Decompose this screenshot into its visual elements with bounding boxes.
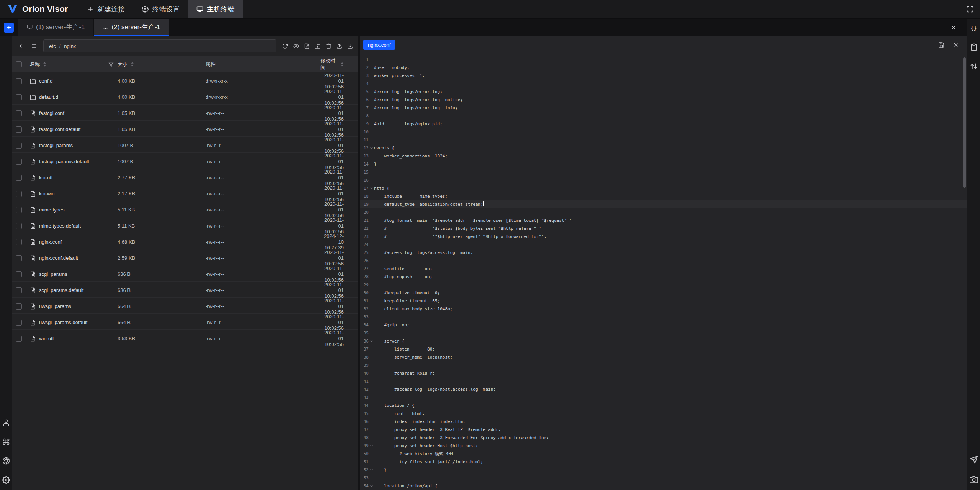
list-view-button[interactable] <box>28 40 39 52</box>
file-name[interactable]: koi-utf <box>39 175 52 180</box>
row-checkbox[interactable] <box>16 287 22 293</box>
row-checkbox[interactable] <box>16 223 22 229</box>
fold-chevron-icon[interactable] <box>369 403 374 408</box>
file-name[interactable]: fastcgi_params.default <box>39 159 89 164</box>
file-row[interactable]: koi-utf2.77 KB-rw-r--r--2020-11-01 10:02… <box>12 169 358 185</box>
new-tab-button[interactable]: + <box>4 23 14 33</box>
file-name[interactable]: uwsgi_params <box>39 303 71 309</box>
file-name[interactable]: scgi_params.default <box>39 287 83 293</box>
file-row[interactable]: nginx.conf.default2.59 KB-rw-r--r--2020-… <box>12 249 358 265</box>
select-all-checkbox[interactable] <box>16 61 22 67</box>
settings-icon[interactable] <box>2 475 11 485</box>
row-checkbox[interactable] <box>16 239 22 245</box>
row-checkbox[interactable] <box>16 271 22 277</box>
filter-icon[interactable] <box>108 62 114 67</box>
file-row[interactable]: koi-win2.17 KB-rw-r--r--2020-11-01 10:02… <box>12 185 358 201</box>
back-button[interactable] <box>15 40 26 52</box>
file-name[interactable]: uwsgi_params.default <box>39 320 87 325</box>
fold-chevron-icon[interactable] <box>369 468 374 472</box>
file-row[interactable]: nginx.conf4.68 KB-rw-r--r--2024-12-10 16… <box>12 233 358 249</box>
row-checkbox[interactable] <box>16 78 22 84</box>
file-name[interactable]: fastcgi.conf <box>39 110 64 116</box>
file-name[interactable]: nginx.conf.default <box>39 255 78 261</box>
fold-chevron-icon[interactable] <box>369 444 374 448</box>
column-header-size[interactable]: 大小 <box>118 61 206 68</box>
row-checkbox[interactable] <box>16 303 22 310</box>
file-name[interactable]: nginx.conf <box>39 239 62 245</box>
breadcrumb-segment[interactable]: nginx <box>64 43 76 49</box>
row-checkbox[interactable] <box>16 191 22 197</box>
file-row[interactable]: fastcgi.conf.default1.05 KB-rw-r--r--202… <box>12 121 358 137</box>
file-row[interactable]: default.d4.00 KBdrwxr-xr-x2020-11-01 10:… <box>12 88 358 105</box>
tab-server-2[interactable]: (2) server-生产-1 <box>94 19 169 36</box>
file-name[interactable]: scgi_params <box>39 271 67 277</box>
row-checkbox[interactable] <box>16 255 22 261</box>
row-checkbox[interactable] <box>16 320 22 326</box>
transfer-icon[interactable] <box>969 62 978 71</box>
row-checkbox[interactable] <box>16 143 22 149</box>
row-checkbox[interactable] <box>16 336 22 342</box>
show-hidden-button[interactable] <box>292 42 300 51</box>
file-row[interactable]: win-utf3.53 KB-rw-r--r--2020-11-01 10:02… <box>12 330 358 346</box>
file-name[interactable]: fastcgi_params <box>39 143 73 148</box>
file-name[interactable]: mime.types.default <box>39 223 81 229</box>
file-row[interactable]: scgi_params636 B-rw-r--r--2020-11-01 10:… <box>12 265 358 282</box>
upload-button[interactable] <box>335 42 343 51</box>
file-name[interactable]: koi-win <box>39 191 54 197</box>
user-icon[interactable] <box>2 418 11 427</box>
row-checkbox[interactable] <box>16 207 22 213</box>
save-button[interactable] <box>936 40 946 50</box>
tab-server-1[interactable]: (1) server-生产-1 <box>18 19 93 36</box>
new-folder-button[interactable] <box>314 42 322 51</box>
file-row[interactable]: mime.types5.11 KB-rw-r--r--2020-11-01 10… <box>12 201 358 217</box>
fold-chevron-icon[interactable] <box>369 484 374 488</box>
fullscreen-icon[interactable] <box>966 5 974 13</box>
delete-button[interactable] <box>324 42 333 51</box>
menu-terminal-settings[interactable]: 终端设置 <box>133 0 188 18</box>
breadcrumb-segment[interactable]: etc <box>49 43 56 49</box>
fold-chevron-icon[interactable] <box>369 339 374 343</box>
file-row[interactable]: fastcgi_params.default1007 B-rw-r--r--20… <box>12 153 358 169</box>
fold-chevron-icon[interactable] <box>369 146 374 150</box>
editor-file-tab[interactable]: nginx.conf <box>363 40 395 50</box>
breadcrumb[interactable]: etc / nginx <box>43 39 276 52</box>
sort-carets-icon[interactable] <box>130 61 134 67</box>
editor-close-button[interactable] <box>951 40 961 50</box>
braces-icon[interactable]: {} <box>969 23 978 33</box>
file-row[interactable]: uwsgi_params.default664 B-rw-r--r--2020-… <box>12 314 358 330</box>
column-header-mtime[interactable]: 修改时间 <box>320 57 358 71</box>
editor-scrollbar[interactable] <box>963 57 966 188</box>
row-checkbox[interactable] <box>16 110 22 116</box>
row-checkbox[interactable] <box>16 94 22 100</box>
file-row[interactable]: mime.types.default5.11 KB-rw-r--r--2020-… <box>12 217 358 233</box>
row-checkbox[interactable] <box>16 159 22 165</box>
row-checkbox[interactable] <box>16 175 22 181</box>
fold-chevron-icon[interactable] <box>369 186 374 190</box>
theme-icon[interactable] <box>2 456 11 465</box>
file-row[interactable]: uwsgi_params664 B-rw-r--r--2020-11-01 10… <box>12 298 358 314</box>
file-name[interactable]: win-utf <box>39 336 54 341</box>
file-row[interactable]: scgi_params.default636 B-rw-r--r--2020-1… <box>12 282 358 298</box>
close-icon[interactable] <box>950 24 967 31</box>
file-row[interactable]: fastcgi.conf1.05 KB-rw-r--r--2020-11-01 … <box>12 105 358 121</box>
download-button[interactable] <box>346 42 354 51</box>
send-icon[interactable] <box>969 455 978 464</box>
command-icon[interactable] <box>2 437 11 446</box>
sort-carets-icon[interactable] <box>42 61 47 67</box>
row-checkbox[interactable] <box>16 126 22 133</box>
camera-icon[interactable] <box>969 475 978 484</box>
file-name[interactable]: mime.types <box>39 207 64 213</box>
file-name[interactable]: fastcgi.conf.default <box>39 126 80 132</box>
clipboard-icon[interactable] <box>969 43 978 52</box>
file-row[interactable]: fastcgi_params1007 B-rw-r--r--2020-11-01… <box>12 137 358 153</box>
refresh-button[interactable] <box>281 42 289 51</box>
column-header-name[interactable]: 名称 <box>26 61 118 68</box>
file-name[interactable]: default.d <box>39 94 58 100</box>
sort-carets-icon[interactable] <box>340 61 344 67</box>
file-row[interactable]: conf.d4.00 KBdrwxr-xr-x2020-11-01 10:02:… <box>12 72 358 88</box>
code-editor[interactable]: 12#user nobody;3worker_processes 1;45#er… <box>360 54 967 490</box>
column-header-attr[interactable]: 属性 <box>206 61 320 68</box>
new-file-button[interactable] <box>302 42 311 51</box>
menu-host-terminal[interactable]: 主机终端 <box>188 0 243 18</box>
file-name[interactable]: conf.d <box>39 78 52 84</box>
